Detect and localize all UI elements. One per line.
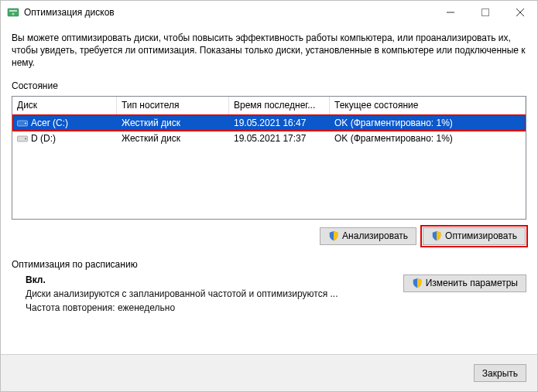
footer: Закрыть: [1, 354, 537, 391]
intro-text: Вы можете оптимизировать диски, чтобы по…: [12, 32, 526, 70]
analyze-button-label: Анализировать: [342, 230, 408, 241]
change-settings-button[interactable]: Изменить параметры: [403, 274, 526, 292]
window-title: Оптимизация дисков: [24, 7, 433, 18]
cell-time: 19.05.2021 17:37: [229, 133, 330, 144]
shield-icon: [412, 278, 423, 288]
cell-disk: Acer (C:): [12, 118, 117, 128]
titlebar: Оптимизация дисков: [1, 1, 537, 24]
column-header-disk[interactable]: Диск: [12, 97, 117, 114]
minimize-button[interactable]: [433, 1, 468, 24]
svg-point-2: [12, 12, 15, 15]
close-dialog-button[interactable]: Закрыть: [474, 364, 526, 382]
drive-icon: [17, 119, 28, 128]
svg-point-10: [25, 138, 26, 139]
svg-rect-1: [9, 10, 17, 12]
change-settings-button-label: Изменить параметры: [426, 278, 518, 288]
drives-table: Диск Тип носителя Время последнег... Тек…: [12, 96, 526, 220]
schedule-status: Вкл.: [26, 274, 403, 285]
table-row[interactable]: D (D:)Жесткий диск19.05.2021 17:37OK (Фр…: [12, 131, 526, 146]
column-header-status[interactable]: Текущее состояние: [330, 97, 526, 114]
svg-point-8: [25, 122, 26, 124]
maximize-button[interactable]: [468, 1, 502, 24]
cell-type: Жесткий диск: [117, 133, 229, 144]
schedule-frequency: Частота повторения: еженедельно: [26, 302, 403, 313]
cell-disk-text: D (D:): [31, 133, 56, 144]
column-header-time[interactable]: Время последнег...: [229, 97, 330, 114]
app-icon: [7, 6, 19, 19]
drive-icon: [17, 135, 28, 143]
close-button[interactable]: [502, 1, 537, 24]
shield-icon: [328, 230, 339, 241]
table-row[interactable]: Acer (C:)Жесткий диск19.05.2021 16:47OK …: [12, 115, 526, 131]
cell-status: OK (Фрагментировано: 1%): [330, 118, 526, 128]
shield-icon: [431, 230, 442, 241]
schedule-description: Диски анализируются с запланированной ча…: [26, 288, 403, 299]
close-dialog-button-label: Закрыть: [482, 368, 518, 379]
analyze-button[interactable]: Анализировать: [320, 227, 416, 245]
table-header: Диск Тип носителя Время последнег... Тек…: [12, 97, 526, 115]
column-header-type[interactable]: Тип носителя: [117, 97, 229, 114]
optimize-button-label: Оптимизировать: [445, 230, 517, 241]
cell-type: Жесткий диск: [117, 118, 229, 128]
svg-rect-4: [481, 9, 488, 15]
status-label: Состояние: [12, 80, 526, 91]
cell-disk-text: Acer (C:): [31, 118, 68, 128]
cell-disk: D (D:): [12, 133, 117, 144]
cell-status: OK (Фрагментировано: 1%): [330, 133, 526, 144]
schedule-title: Оптимизация по расписанию: [12, 259, 526, 270]
cell-time: 19.05.2021 16:47: [229, 118, 330, 128]
optimize-button[interactable]: Оптимизировать: [423, 227, 526, 245]
